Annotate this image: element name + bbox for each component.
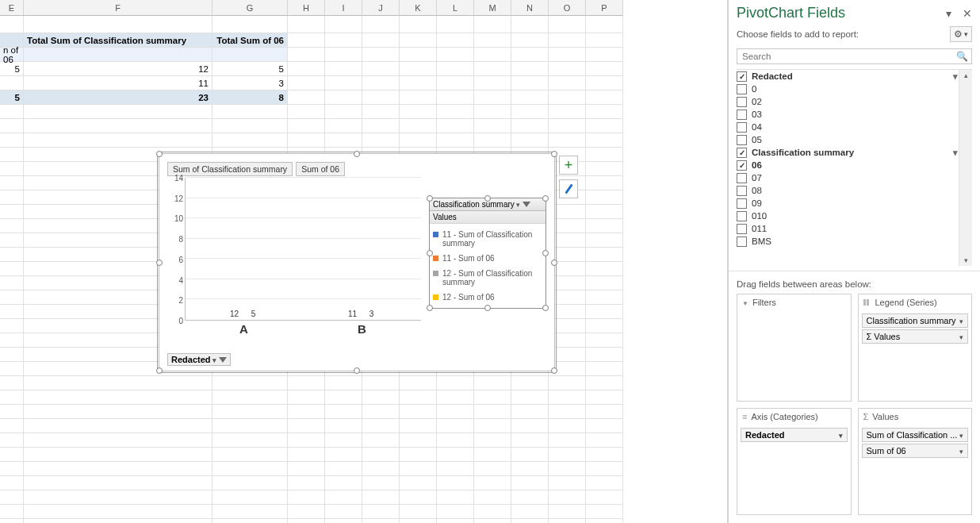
field-item[interactable]: 09 <box>737 197 958 210</box>
resize-handle[interactable] <box>542 250 549 256</box>
cell[interactable]: 23 <box>24 90 212 105</box>
col-header-g[interactable]: G <box>212 0 288 16</box>
col-header-l[interactable]: L <box>437 0 474 16</box>
col-header-i[interactable]: I <box>325 0 362 16</box>
field-checkbox[interactable] <box>737 224 747 234</box>
cell[interactable]: 5 <box>212 62 288 76</box>
field-search-input[interactable] <box>737 48 972 64</box>
legend-item[interactable]: 12 - Sum of 06 <box>433 290 542 305</box>
col-header-n[interactable]: N <box>511 0 549 16</box>
scroll-up-icon[interactable]: ▴ <box>964 70 968 81</box>
resize-handle[interactable] <box>551 151 557 157</box>
field-checkbox[interactable] <box>737 84 747 94</box>
area-pill[interactable]: Classification summary <box>862 313 969 328</box>
col-header-p[interactable]: P <box>586 0 623 16</box>
scroll-down-icon[interactable]: ▾ <box>964 255 968 266</box>
area-pill[interactable]: Redacted <box>741 428 848 442</box>
resize-handle[interactable] <box>156 260 163 266</box>
table-row[interactable] <box>0 376 727 390</box>
field-item[interactable]: 02 <box>737 95 958 108</box>
table-row[interactable] <box>0 505 727 519</box>
field-item[interactable]: 010 <box>737 210 958 222</box>
col-header-k[interactable]: K <box>400 0 437 16</box>
table-row[interactable]: n of 06 <box>0 48 727 62</box>
field-checkbox[interactable] <box>737 237 747 247</box>
table-row[interactable] <box>0 390 727 405</box>
field-item[interactable]: 06 <box>737 159 958 171</box>
col-header-e[interactable]: E <box>0 0 24 16</box>
cell[interactable]: 8 <box>212 90 288 105</box>
table-row[interactable] <box>0 519 727 523</box>
fields-list[interactable]: Redacted▾002030405Classification summary… <box>737 69 972 266</box>
resize-handle[interactable] <box>542 195 549 202</box>
chart-styles-button[interactable] <box>559 179 578 198</box>
pane-close-button[interactable]: ✕ <box>963 7 972 20</box>
cell[interactable]: 3 <box>212 76 288 90</box>
table-row[interactable] <box>0 433 727 448</box>
resize-handle[interactable] <box>156 367 163 374</box>
col-header-m[interactable]: M <box>474 0 511 16</box>
chart-legend[interactable]: Classification summary Values 11 - Sum o… <box>429 198 546 309</box>
resize-handle[interactable] <box>484 305 491 311</box>
axis-filter-button[interactable]: Redacted <box>167 353 231 366</box>
series-button[interactable]: Sum of 06 <box>296 162 345 176</box>
field-checkbox[interactable] <box>737 211 747 221</box>
col-header-f[interactable]: F <box>24 0 212 16</box>
resize-handle[interactable] <box>354 367 360 374</box>
cell[interactable]: 11 <box>24 76 212 90</box>
plot-area[interactable]: 02468101214 125A113B <box>167 178 421 336</box>
resize-handle[interactable] <box>551 260 557 266</box>
legend-item[interactable]: 11 - Sum of Classification summary <box>433 227 542 251</box>
funnel-icon[interactable]: ▾ <box>953 148 958 158</box>
table-row[interactable] <box>0 16 727 33</box>
area-pill[interactable]: Σ Values <box>862 329 969 344</box>
field-item[interactable]: BMS <box>737 235 958 248</box>
field-item[interactable]: 0 <box>737 83 958 95</box>
table-row[interactable] <box>0 105 727 119</box>
field-checkbox[interactable] <box>737 148 747 158</box>
filters-area[interactable]: Filters <box>737 294 852 402</box>
field-checkbox[interactable] <box>737 198 747 209</box>
field-checkbox[interactable] <box>737 71 747 82</box>
table-row[interactable]: 5 12 5 <box>0 62 727 76</box>
spreadsheet-area[interactable]: E F G H I J K L M N O P Total Sum of Cla… <box>0 0 728 523</box>
table-row[interactable]: Total Sum of Classification summary Tota… <box>0 33 727 48</box>
table-row[interactable] <box>0 462 727 476</box>
resize-handle[interactable] <box>551 367 557 374</box>
field-checkbox[interactable] <box>737 135 747 145</box>
resize-handle[interactable] <box>354 151 360 157</box>
legend-item[interactable]: 11 - Sum of 06 <box>433 251 542 266</box>
table-row[interactable]: 11 3 <box>0 76 727 90</box>
field-item[interactable]: Classification summary▾ <box>737 146 958 159</box>
resize-handle[interactable] <box>156 151 163 157</box>
area-pill[interactable]: Sum of 06 <box>862 444 969 458</box>
table-row[interactable] <box>0 119 727 133</box>
series-button[interactable]: Sum of Classification summary <box>167 162 293 176</box>
tools-button[interactable]: ⚙ ▾ <box>950 26 972 42</box>
values-area[interactable]: Values Sum of Classification ...Sum of 0… <box>858 408 973 516</box>
legend-field-button[interactable]: Classification summary <box>433 200 530 209</box>
field-item[interactable]: 03 <box>737 108 958 121</box>
table-row[interactable] <box>0 419 727 433</box>
legend-area[interactable]: Legend (Series) Classification summaryΣ … <box>858 294 973 402</box>
cell[interactable]: 5 <box>0 62 24 76</box>
field-checkbox[interactable] <box>737 186 747 196</box>
field-item[interactable]: 08 <box>737 184 958 197</box>
resize-handle[interactable] <box>484 195 491 202</box>
col-header-h[interactable]: H <box>288 0 325 16</box>
field-item[interactable]: Redacted▾ <box>737 70 958 83</box>
legend-item[interactable]: 12 - Sum of Classification summary <box>433 266 542 290</box>
table-row[interactable] <box>0 133 727 148</box>
table-row[interactable] <box>0 490 727 505</box>
field-item[interactable]: 07 <box>737 171 958 184</box>
pivot-chart[interactable]: + Sum of Classification summary Sum of 0… <box>159 153 555 371</box>
resize-handle[interactable] <box>427 305 433 311</box>
field-checkbox[interactable] <box>737 122 747 133</box>
field-item[interactable]: 011 <box>737 222 958 235</box>
table-row[interactable] <box>0 405 727 419</box>
field-checkbox[interactable] <box>737 173 747 183</box>
cell[interactable]: 5 <box>0 90 24 105</box>
axis-area[interactable]: Axis (Categories) Redacted <box>737 408 852 516</box>
fields-scrollbar[interactable]: ▴ ▾ <box>959 70 972 266</box>
field-checkbox[interactable] <box>737 97 747 107</box>
